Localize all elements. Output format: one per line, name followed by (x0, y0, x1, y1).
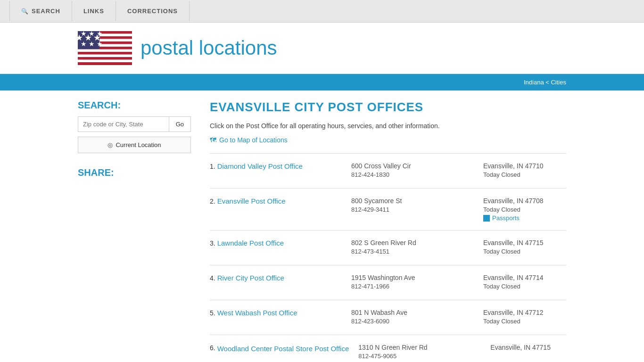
flag-logo: ★★★ ★★★★ ★★★★ (78, 31, 132, 65)
location-phone: 812-424-1830 (351, 171, 474, 178)
location-status: Today Closed (483, 248, 566, 255)
location-address: 802 S Green River Rd 812-473-4151 (351, 239, 474, 255)
nav-links[interactable]: LINKS (72, 1, 116, 21)
main-layout: SEARCH: Go Current Location SHARE: EVANS… (0, 100, 644, 362)
svg-rect-14 (78, 62, 132, 65)
location-number: 6. (210, 344, 215, 352)
location-number: 2. (210, 197, 215, 205)
location-street: 801 N Wabash Ave (351, 309, 474, 316)
location-street: 1915 Washington Ave (351, 274, 474, 281)
location-street: 600 Cross Valley Cir (351, 162, 474, 170)
service-link[interactable]: Passports (492, 214, 520, 222)
page-title: EVANSVILLE CITY POST OFFICES (210, 100, 566, 115)
location-city-state: Evansville, IN 47712 (483, 309, 566, 316)
location-number: 1. (210, 162, 215, 170)
breadcrumb-separator: < (545, 79, 551, 86)
location-status: Today Closed (483, 206, 566, 213)
location-status: Today Closed (483, 283, 566, 290)
breadcrumb-state[interactable]: Indiana (524, 79, 544, 86)
location-name[interactable]: Woodland Center Postal Store Post Office (217, 344, 349, 354)
location-address: 800 Sycamore St 812-429-3411 (351, 197, 474, 213)
page-description: Click on the Post Office for all operati… (210, 122, 566, 130)
location-name[interactable]: West Wabash Post Office (217, 309, 312, 317)
location-info: Evansville, IN 47715 Today Closed (483, 239, 566, 256)
location-name[interactable]: Evansville Post Office (217, 197, 312, 205)
location-city-state: Evansville, IN 47715 (483, 239, 566, 247)
location-street: 1310 N Green River Rd (358, 344, 481, 351)
list-item: 1. Diamond Valley Post Office 600 Cross … (210, 154, 566, 189)
list-item: 3. Lawndale Post Office 802 S Green Rive… (210, 230, 566, 265)
location-city-state: Evansville, IN 47710 (483, 162, 566, 170)
location-col1: 5. West Wabash Post Office (210, 309, 342, 317)
share-title: SHARE: (78, 167, 191, 178)
location-city-state: Evansville, IN 47715 (490, 344, 566, 351)
location-city-state: Evansville, IN 47708 (483, 197, 566, 205)
current-location-button[interactable]: Current Location (78, 137, 191, 153)
svg-rect-12 (78, 57, 132, 60)
svg-rect-11 (78, 55, 132, 58)
location-phone: 812-471-1966 (351, 283, 474, 290)
service-icon (483, 215, 490, 222)
site-header: ★★★ ★★★★ ★★★★ postal locations (0, 23, 644, 74)
list-item: 5. West Wabash Post Office 801 N Wabash … (210, 300, 566, 335)
svg-text:★★★★: ★★★★ (78, 31, 105, 37)
location-address: 1310 N Green River Rd 812-475-9065 (358, 344, 481, 360)
location-service: Passports (483, 214, 566, 222)
location-phone: 812-429-3411 (351, 206, 474, 213)
list-item: 2. Evansville Post Office 800 Sycamore S… (210, 189, 566, 230)
breadcrumb-bar: Indiana < Cities (0, 74, 644, 90)
main-content: EVANSVILLE CITY POST OFFICES Click on th… (210, 100, 566, 362)
top-navigation: SEARCH LINKS CORRECTIONS (0, 0, 644, 23)
sidebar: SEARCH: Go Current Location SHARE: (78, 100, 191, 362)
breadcrumb-current: Cities (551, 79, 566, 86)
nav-corrections[interactable]: CORRECTIONS (116, 1, 190, 21)
locations-list: 1. Diamond Valley Post Office 600 Cross … (210, 153, 566, 362)
location-number: 5. (210, 309, 215, 317)
location-col1: 4. River City Post Office (210, 274, 342, 282)
share-section: SHARE: (78, 167, 191, 178)
location-col1: 3. Lawndale Post Office (210, 239, 342, 247)
location-info: Evansville, IN 47708 Today Closed Passpo… (483, 197, 566, 222)
location-col1: 1. Diamond Valley Post Office (210, 162, 342, 170)
location-address: 801 N Wabash Ave 812-423-6090 (351, 309, 474, 325)
map-icon (210, 136, 216, 144)
map-link[interactable]: Go to Map of Locations (210, 136, 566, 144)
location-status: Today Closed (483, 171, 566, 178)
location-name[interactable]: Lawndale Post Office (217, 239, 312, 247)
svg-rect-13 (78, 60, 132, 63)
location-street: 800 Sycamore St (351, 197, 474, 205)
location-name[interactable]: River City Post Office (217, 274, 312, 282)
location-address: 1915 Washington Ave 812-471-1966 (351, 274, 474, 290)
nav-search[interactable]: SEARCH (9, 1, 72, 21)
location-status: Today Closed (483, 318, 566, 325)
search-input[interactable] (78, 116, 169, 132)
location-number: 3. (210, 239, 215, 247)
location-info: Evansville, IN 47714 Today Closed (483, 274, 566, 291)
location-street: 802 S Green River Rd (351, 239, 474, 247)
location-city-state: Evansville, IN 47714 (483, 274, 566, 281)
svg-rect-9 (78, 49, 132, 52)
svg-text:★★★★: ★★★★ (78, 40, 105, 48)
location-phone: 812-475-9065 (358, 353, 481, 360)
location-name[interactable]: Diamond Valley Post Office (217, 162, 312, 170)
search-go-button[interactable]: Go (169, 116, 191, 132)
location-address: 600 Cross Valley Cir 812-424-1830 (351, 162, 474, 178)
location-number: 4. (210, 274, 215, 282)
list-item: 4. River City Post Office 1915 Washingto… (210, 265, 566, 300)
location-col1: 6. Woodland Center Postal Store Post Off… (210, 344, 349, 354)
location-phone: 812-473-4151 (351, 248, 474, 255)
location-phone: 812-423-6090 (351, 318, 474, 325)
search-form: Go (78, 116, 191, 132)
list-item: 6. Woodland Center Postal Store Post Off… (210, 335, 566, 362)
location-info: Evansville, IN 47710 Today Closed (483, 162, 566, 180)
location-icon (107, 141, 113, 148)
svg-rect-10 (78, 52, 132, 55)
location-info: Evansville, IN 47712 Today Closed (483, 309, 566, 326)
location-info: Evansville, IN 47715 (490, 344, 566, 353)
location-col1: 2. Evansville Post Office (210, 197, 342, 205)
site-title: postal locations (140, 38, 277, 58)
search-section-title: SEARCH: (78, 100, 191, 111)
search-icon (21, 8, 29, 15)
